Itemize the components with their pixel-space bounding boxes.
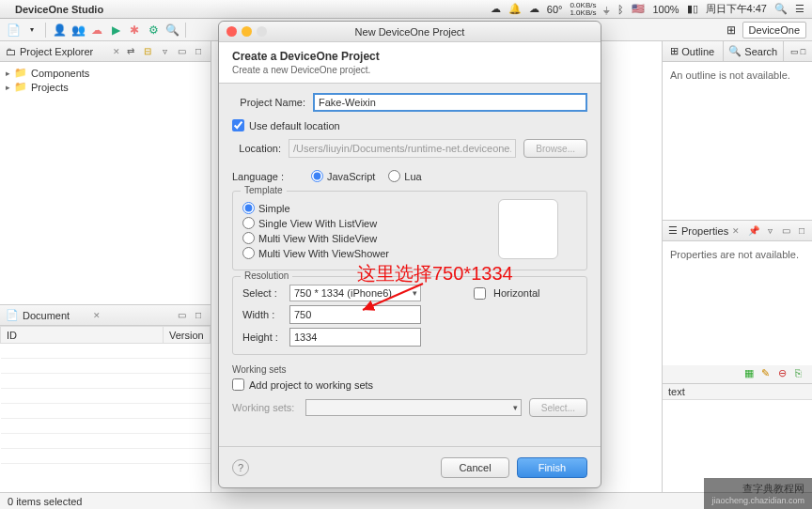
minimize-button[interactable]: [242, 26, 252, 37]
tree-label: Components: [31, 68, 89, 79]
menu-icon[interactable]: ▿: [763, 224, 776, 238]
wifi-icon: ⏚: [603, 4, 610, 15]
expand-icon[interactable]: ▸: [6, 83, 10, 92]
dialog-heading: Create a DeviceOne Project: [232, 50, 587, 63]
copy-icon[interactable]: ⎘: [795, 367, 808, 380]
width-input[interactable]: [289, 305, 421, 324]
explorer-title: Project Explorer: [20, 46, 109, 57]
use-default-label: Use default location: [249, 120, 340, 131]
col-id[interactable]: ID: [1, 327, 164, 344]
deviceone-perspective[interactable]: DeviceOne: [742, 22, 806, 39]
user-icon[interactable]: 👤: [52, 23, 67, 38]
col-version[interactable]: Version: [164, 327, 211, 344]
maximize-icon[interactable]: □: [795, 224, 808, 238]
project-explorer-header: 🗀 Project Explorer ✕ ⇄ ⊟ ▿ ▭ □: [0, 41, 211, 62]
minimize-icon[interactable]: ▭: [175, 45, 188, 58]
language-label: Language :: [232, 171, 298, 182]
temp: 60°: [547, 4, 563, 15]
tree-item-components[interactable]: ▸ 📁 Components: [6, 66, 205, 80]
run-icon[interactable]: ▶: [108, 23, 123, 38]
pin-icon[interactable]: 📌: [747, 224, 760, 238]
width-label: Width :: [242, 309, 282, 320]
focus-icon[interactable]: ⊟: [141, 45, 154, 58]
dialog-title: New DeviceOne Project: [355, 26, 465, 38]
help-button[interactable]: ?: [232, 459, 249, 476]
use-default-checkbox[interactable]: [232, 119, 244, 131]
perspective-icon[interactable]: ⊞: [724, 23, 739, 38]
project-tree[interactable]: ▸ 📁 Components ▸ 📁 Projects: [0, 62, 211, 304]
radio-simple[interactable]: [242, 202, 255, 214]
dropdown-icon[interactable]: ▾: [24, 23, 39, 38]
resolution-select[interactable]: 750 * 1334 (iPhone6): [289, 285, 421, 301]
radio-viewshower[interactable]: [242, 247, 255, 259]
maximize-icon[interactable]: □: [192, 309, 205, 322]
battery: 100%: [652, 4, 679, 15]
menu-icon2[interactable]: ▿: [158, 45, 171, 58]
close-tab-icon[interactable]: ✕: [732, 226, 740, 236]
left-column: 🗀 Project Explorer ✕ ⇄ ⊟ ▿ ▭ □ ▸ 📁 Compo…: [0, 41, 211, 492]
radio-javascript[interactable]: [311, 170, 323, 182]
document-header: 📄 Document ✕ ▭ □: [0, 305, 211, 326]
location-input: [289, 139, 516, 158]
expand-icon[interactable]: ▸: [6, 69, 10, 78]
prop-col-text[interactable]: text: [663, 384, 812, 400]
template-group-title: Template: [241, 185, 287, 195]
search-icon[interactable]: 🔍: [774, 3, 788, 15]
maximize-icon[interactable]: □: [801, 47, 805, 56]
new-icon[interactable]: 📄: [6, 23, 21, 38]
tab-search[interactable]: 🔍 Search: [724, 41, 785, 61]
finish-button[interactable]: Finish: [517, 457, 587, 478]
link-icon[interactable]: ⇄: [124, 45, 137, 58]
cancel-button[interactable]: Cancel: [441, 457, 508, 478]
maximize-icon[interactable]: □: [192, 45, 205, 58]
properties-toolbar: ▦ ✎ ⊖ ⎘: [663, 365, 812, 384]
workingsets-select: [305, 399, 522, 416]
radio-slideview[interactable]: [242, 232, 255, 244]
cloud-icon: ☁︎: [491, 3, 501, 15]
clock: 周日下午4:47: [706, 2, 767, 16]
template-preview: [498, 199, 558, 259]
minimize-icon[interactable]: ▭: [790, 47, 799, 56]
minimize-icon[interactable]: ▭: [779, 224, 792, 238]
delete-icon[interactable]: ⊖: [778, 367, 791, 380]
search-icon: 🔍: [728, 45, 742, 57]
search-icon2[interactable]: 🔍: [164, 23, 180, 38]
minimize-icon[interactable]: ▭: [175, 309, 188, 322]
tab-outline[interactable]: ⊞ Outline: [663, 41, 724, 61]
prop-icon: ☰: [668, 224, 678, 237]
debug-icon[interactable]: ✱: [127, 23, 142, 38]
height-input[interactable]: [289, 328, 421, 347]
dialog-header: Create a DeviceOne Project Create a new …: [219, 42, 601, 84]
properties-pane: ☰ Properties ✕ 📌 ▿ ▭ □ Properties are no…: [663, 220, 812, 492]
add-workingset-checkbox[interactable]: [232, 378, 244, 391]
cloud-icon[interactable]: ☁︎: [89, 23, 104, 38]
add-icon[interactable]: ▦: [744, 367, 757, 380]
add-workingset-label: Add project to working sets: [249, 379, 373, 391]
status-text: 0 items selected: [8, 496, 82, 507]
gear-icon[interactable]: ⚙: [146, 23, 161, 38]
edit-icon[interactable]: ✎: [761, 367, 774, 380]
project-name-label: Project Name:: [232, 97, 305, 108]
close-tab-icon[interactable]: ✕: [113, 47, 120, 56]
dialog-footer: ? Cancel Finish: [219, 446, 601, 487]
doc-icon: 📄: [6, 309, 19, 321]
zoom-button: [257, 26, 267, 37]
select-workingsets-button: Select...: [529, 398, 587, 417]
properties-body: Properties are not available.: [663, 241, 812, 365]
properties-table[interactable]: text: [663, 384, 812, 493]
document-table[interactable]: ID Version: [0, 326, 211, 492]
close-tab-icon[interactable]: ✕: [93, 311, 101, 320]
horizontal-checkbox[interactable]: [474, 287, 486, 300]
people-icon[interactable]: 👥: [70, 23, 86, 38]
radio-listview[interactable]: [242, 217, 255, 229]
radio-lua[interactable]: [388, 170, 400, 182]
project-name-input[interactable]: [313, 93, 587, 112]
right-column: ⊞ Outline 🔍 Search ▭ □ An outline is not…: [662, 41, 812, 492]
dialog-titlebar[interactable]: New DeviceOne Project: [219, 22, 601, 42]
battery-icon: ▮▯: [687, 3, 698, 15]
status-bar: 0 items selected: [0, 492, 812, 509]
close-button[interactable]: [226, 26, 237, 37]
menubar: DeviceOne Studio ☁︎ 🔔 ☁︎ 60° 0.0KB/s 1.0…: [0, 0, 812, 19]
menu-icon[interactable]: ☰: [795, 3, 804, 15]
tree-item-projects[interactable]: ▸ 📁 Projects: [6, 80, 205, 94]
